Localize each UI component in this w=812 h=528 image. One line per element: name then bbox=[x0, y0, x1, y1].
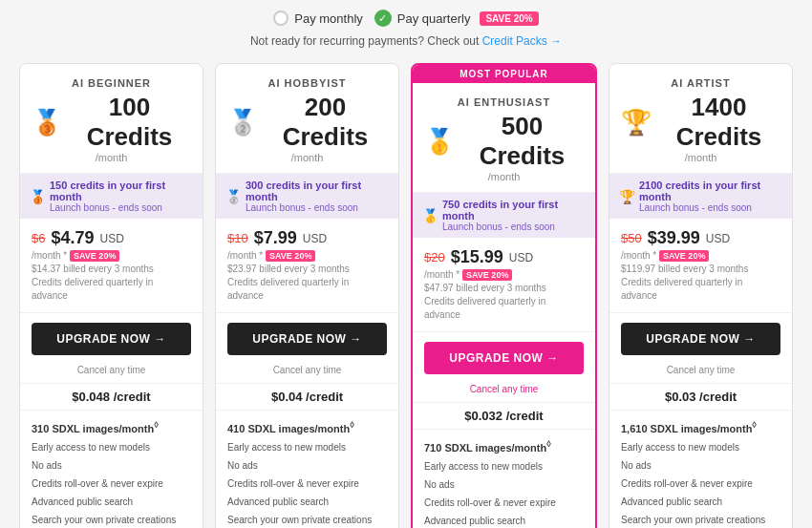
pricing-section-hobbyist: $10 $7.99 USD /month * SAVE 20% $23.97 b… bbox=[216, 219, 398, 313]
credits-text-enthusiast: 500 Credits bbox=[460, 112, 584, 171]
monthly-radio[interactable] bbox=[273, 11, 288, 26]
price-line-beginner: $6 $4.79 USD bbox=[32, 228, 191, 248]
price-save-enthusiast: SAVE 20% bbox=[462, 269, 512, 281]
upgrade-btn-enthusiast[interactable]: UPGRADE NOW → bbox=[424, 342, 584, 374]
feature-item: Credits roll-over & never expire bbox=[424, 494, 584, 512]
plan-name-hobbyist: AI HOBBYIST bbox=[227, 77, 387, 89]
launch-bonus-artist: 🏆 2100 credits in your first month Launc… bbox=[609, 174, 792, 219]
bonus-emoji-artist: 🏆 bbox=[619, 189, 635, 204]
bonus-emoji-beginner: 🥉 bbox=[30, 189, 46, 204]
cancel-text-artist: Cancel any time bbox=[609, 365, 792, 375]
plan-card-enthusiast: MOST POPULAR AI ENTHUSIAST 🥇 500 Credits… bbox=[411, 63, 597, 528]
plan-card-hobbyist: AI HOBBYIST 🥈 200 Credits /month 🥈 300 c… bbox=[215, 63, 399, 528]
price-line-artist: $50 $39.99 USD bbox=[621, 228, 780, 248]
price-new-artist: $39.99 bbox=[648, 228, 700, 248]
popular-badge: MOST POPULAR bbox=[413, 65, 595, 83]
price-period-artist: /month * SAVE 20% bbox=[621, 250, 780, 261]
bonus-sub-enthusiast: Launch bonus - ends soon bbox=[442, 222, 586, 232]
quarterly-option[interactable]: ✓ Pay quarterly SAVE 20% bbox=[374, 10, 539, 27]
coin-icon-enthusiast: 🥇 bbox=[424, 127, 455, 157]
bonus-credits-artist: 2100 credits in your first month bbox=[639, 180, 782, 202]
plan-name-beginner: AI BEGINNER bbox=[32, 77, 191, 89]
billed-info-artist: $119.97 billed every 3 monthsCredits del… bbox=[621, 263, 780, 303]
price-currency-artist: USD bbox=[706, 232, 730, 245]
price-line-enthusiast: $20 $15.99 USD bbox=[424, 247, 584, 267]
price-currency-beginner: USD bbox=[100, 232, 124, 245]
monthly-option[interactable]: Pay monthly bbox=[273, 11, 363, 26]
credits-text-hobbyist: 200 Credits bbox=[264, 93, 387, 152]
per-month-enthusiast: /month bbox=[424, 171, 584, 182]
price-save-beginner: SAVE 20% bbox=[70, 250, 119, 262]
features-list-artist: 1,610 SDXL images/month◊ Early access to… bbox=[609, 411, 792, 528]
feature-item: No ads bbox=[621, 456, 780, 475]
price-currency-enthusiast: USD bbox=[509, 251, 533, 264]
launch-bonus-beginner: 🥉 150 credits in your first month Launch… bbox=[20, 174, 203, 219]
plan-credits-hobbyist: 🥈 200 Credits bbox=[227, 93, 387, 152]
feature-item: Advanced public search bbox=[227, 493, 387, 511]
cancel-text-hobbyist: Cancel any time bbox=[216, 365, 398, 375]
billed-info-enthusiast: $47.97 billed every 3 monthsCredits deli… bbox=[424, 282, 584, 322]
launch-bonus-enthusiast: 🥇 750 credits in your first month Launch… bbox=[413, 193, 595, 238]
feature-item: Search your own private creations bbox=[227, 511, 387, 528]
price-line-hobbyist: $10 $7.99 USD bbox=[227, 228, 387, 248]
top-credit-packs-link[interactable]: Credit Packs → bbox=[482, 34, 562, 48]
per-month-beginner: /month bbox=[32, 152, 191, 163]
feature-item: Advanced public search bbox=[621, 493, 780, 511]
bonus-text-enthusiast: 750 credits in your first month Launch b… bbox=[442, 199, 586, 232]
credits-text-artist: 1400 Credits bbox=[657, 93, 780, 152]
per-month-artist: /month bbox=[621, 152, 780, 163]
pricing-section-beginner: $6 $4.79 USD /month * SAVE 20% $14.37 bi… bbox=[20, 219, 203, 313]
features-list-beginner: 310 SDXL images/month◊ Early access to n… bbox=[20, 411, 203, 528]
upgrade-btn-hobbyist[interactable]: UPGRADE NOW → bbox=[227, 323, 387, 355]
bonus-text-artist: 2100 credits in your first month Launch … bbox=[639, 180, 782, 213]
price-old-beginner: $6 bbox=[32, 231, 45, 245]
plan-header-hobbyist: AI HOBBYIST 🥈 200 Credits /month bbox=[216, 64, 398, 174]
per-month-hobbyist: /month bbox=[227, 152, 387, 163]
bonus-credits-hobbyist: 300 credits in your first month bbox=[246, 180, 389, 202]
price-old-hobbyist: $10 bbox=[227, 231, 248, 245]
sdxl-count-artist: 1,610 SDXL images/month◊ bbox=[621, 420, 780, 434]
sdxl-count-beginner: 310 SDXL images/month◊ bbox=[32, 420, 191, 434]
sdxl-count-hobbyist: 410 SDXL images/month◊ bbox=[227, 420, 387, 434]
plan-header-enthusiast: AI ENTHUSIAST 🥇 500 Credits /month bbox=[413, 83, 595, 193]
upgrade-btn-artist[interactable]: UPGRADE NOW → bbox=[621, 323, 780, 355]
upgrade-btn-beginner[interactable]: UPGRADE NOW → bbox=[32, 323, 191, 355]
quarterly-label: Pay quarterly bbox=[397, 11, 471, 26]
price-new-hobbyist: $7.99 bbox=[254, 228, 297, 248]
bonus-sub-artist: Launch bonus - ends soon bbox=[639, 202, 782, 213]
bonus-credits-beginner: 150 credits in your first month bbox=[50, 180, 193, 202]
save-badge: SAVE 20% bbox=[480, 11, 538, 26]
feature-item: Early access to new models bbox=[424, 457, 584, 475]
features-list-hobbyist: 410 SDXL images/month◊ Early access to n… bbox=[216, 411, 398, 528]
plan-card-artist: AI ARTIST 🏆 1400 Credits /month 🏆 2100 c… bbox=[609, 63, 793, 528]
cancel-text-enthusiast: Cancel any time bbox=[413, 384, 595, 394]
bonus-emoji-hobbyist: 🥈 bbox=[225, 189, 242, 204]
feature-item: No ads bbox=[424, 475, 584, 494]
price-currency-hobbyist: USD bbox=[303, 232, 327, 245]
price-period-beginner: /month * SAVE 20% bbox=[32, 250, 191, 261]
features-list-enthusiast: 710 SDXL images/month◊ Early access to n… bbox=[413, 430, 595, 528]
feature-item: Credits roll-over & never expire bbox=[227, 475, 387, 493]
price-old-enthusiast: $20 bbox=[424, 250, 445, 264]
coin-icon-hobbyist: 🥈 bbox=[227, 108, 258, 137]
plan-header-beginner: AI BEGINNER 🥉 100 Credits /month bbox=[20, 64, 203, 174]
plans-container: AI BEGINNER 🥉 100 Credits /month 🥉 150 c… bbox=[19, 63, 793, 528]
feature-item: Search your own private creations bbox=[621, 511, 780, 528]
feature-item: No ads bbox=[227, 456, 387, 475]
coin-icon-artist: 🏆 bbox=[621, 108, 652, 137]
pricing-section-enthusiast: $20 $15.99 USD /month * SAVE 20% $47.97 … bbox=[413, 238, 595, 332]
bonus-sub-hobbyist: Launch bonus - ends soon bbox=[246, 202, 389, 213]
plan-name-artist: AI ARTIST bbox=[621, 77, 780, 89]
sdxl-count-enthusiast: 710 SDXL images/month◊ bbox=[424, 439, 584, 454]
plan-header-artist: AI ARTIST 🏆 1400 Credits /month bbox=[609, 64, 792, 174]
bonus-text-beginner: 150 credits in your first month Launch b… bbox=[50, 180, 193, 213]
check-icon: ✓ bbox=[374, 10, 392, 27]
plan-credits-artist: 🏆 1400 Credits bbox=[621, 93, 780, 152]
feature-item: Credits roll-over & never expire bbox=[32, 475, 191, 493]
credit-rate-beginner: $0.048 /credit bbox=[20, 383, 203, 411]
credit-rate-enthusiast: $0.032 /credit bbox=[413, 402, 595, 430]
bonus-emoji-enthusiast: 🥇 bbox=[422, 208, 438, 223]
price-save-hobbyist: SAVE 20% bbox=[266, 250, 315, 262]
bonus-text-hobbyist: 300 credits in your first month Launch b… bbox=[246, 180, 389, 213]
feature-item: No ads bbox=[32, 456, 191, 475]
